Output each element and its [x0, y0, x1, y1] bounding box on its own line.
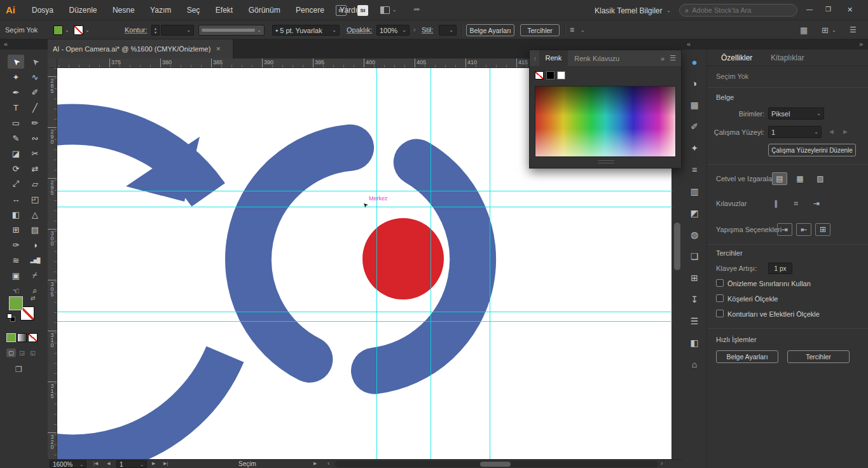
workspace-switcher[interactable]: Klasik Temel Bilgiler: [595, 6, 662, 15]
status-menu-icon[interactable]: ▶: [313, 461, 317, 466]
workspace-layout-icon[interactable]: ⊞: [822, 25, 829, 35]
tab-properties[interactable]: Özellikler: [721, 53, 752, 62]
toggle-rulers-button[interactable]: ▤: [772, 172, 787, 185]
logo-red-dot[interactable]: [362, 218, 444, 299]
ruler-corner[interactable]: [48, 59, 57, 68]
expand-icon-strip-button[interactable]: «: [687, 40, 691, 48]
draw-inside-mode-button[interactable]: ◱: [28, 348, 38, 357]
chevron-down-icon[interactable]: ⌄: [392, 8, 397, 13]
opacity-dropdown[interactable]: 100% ⌄: [376, 25, 410, 36]
brushes-panel-icon[interactable]: ✐: [682, 117, 707, 136]
share-icon[interactable]: ➦: [413, 4, 420, 14]
edit-artboards-button[interactable]: Çalışma Yüzeylerini Düzenle: [768, 144, 856, 156]
symbol-sprayer-tool[interactable]: ≋: [8, 253, 24, 267]
default-fill-mini-swatch[interactable]: [7, 313, 12, 319]
guide-horizontal[interactable]: [57, 191, 672, 191]
stroke-weight-label[interactable]: Kontur:: [125, 26, 147, 34]
hand-tool[interactable]: ☜: [8, 284, 24, 298]
menu-nesne[interactable]: Nesne: [106, 0, 141, 20]
perspective-grid-tool[interactable]: △: [27, 207, 43, 221]
scissors-tool[interactable]: ✂: [27, 146, 43, 160]
stroke-color-swatch[interactable]: [74, 25, 83, 35]
chevron-down-icon[interactable]: ⌄: [581, 28, 585, 33]
toggle-transparency-grid-button[interactable]: ▨: [813, 172, 828, 185]
stepper-down-icon[interactable]: ▾: [155, 31, 156, 34]
guide-horizontal[interactable]: [57, 312, 672, 312]
menu-gorunum[interactable]: Görünüm: [242, 0, 287, 20]
menu-pencere[interactable]: Pencere: [289, 0, 331, 20]
panel-resize-grip[interactable]: [598, 160, 614, 163]
eraser-tool[interactable]: ◪: [8, 146, 24, 160]
paintbrush-tool[interactable]: ✏: [27, 116, 43, 130]
stock-icon[interactable]: St: [357, 5, 368, 16]
last-artboard-icon[interactable]: ▶|: [163, 461, 168, 466]
menu-yazim[interactable]: Yazım: [144, 0, 177, 20]
vertical-scrollbar-thumb[interactable]: [674, 223, 680, 270]
fill-swatch[interactable]: [9, 296, 23, 310]
color-mode-button[interactable]: [6, 333, 16, 342]
previous-artboard-icon[interactable]: ◀: [107, 461, 110, 466]
shaper-tool[interactable]: ∾: [27, 131, 43, 145]
keyboard-increment-input[interactable]: 1 px: [768, 263, 792, 274]
snap-to-grid-button[interactable]: ⇤: [796, 223, 811, 236]
column-graph-tool[interactable]: ▂▅█: [27, 253, 43, 267]
layers-panel-icon[interactable]: ❏: [682, 247, 707, 266]
layout-icon[interactable]: [380, 6, 390, 14]
toggle-grid-button[interactable]: ▦: [792, 172, 808, 185]
artboards-panel-icon[interactable]: ⊞: [682, 268, 707, 287]
stock-search[interactable]: ⌕: [679, 4, 797, 17]
transparency-panel-icon[interactable]: ▥: [682, 182, 707, 201]
tab-color-guide[interactable]: Renk Kılavuzu: [568, 55, 626, 62]
shape-builder-tool[interactable]: ◧: [8, 207, 24, 221]
stroke-weight-stepper[interactable]: ▴ ▾: [151, 25, 160, 36]
curvature-tool[interactable]: ✐: [27, 85, 43, 99]
rotate-tool[interactable]: ⟳: [8, 162, 24, 176]
direct-selection-tool[interactable]: ➤: [27, 55, 43, 69]
gradient-panel-icon[interactable]: ◑: [682, 74, 707, 93]
tab-libraries[interactable]: Kitaplıklar: [771, 53, 804, 62]
opacity-label[interactable]: Opaklık:: [347, 26, 372, 34]
graphic-styles-panel-icon[interactable]: ◍: [682, 225, 707, 244]
scroll-right-icon[interactable]: ›: [661, 460, 663, 467]
horizontal-scrollbar-thumb[interactable]: [480, 462, 511, 467]
white-color-swatch[interactable]: [557, 71, 565, 79]
reflect-tool[interactable]: ⇄: [27, 162, 43, 176]
snap-to-point-button[interactable]: ⇥: [777, 223, 792, 236]
show-guides-button[interactable]: ∥: [768, 197, 783, 210]
opacity-panel-arrow[interactable]: ›: [413, 25, 416, 33]
guide-options-button[interactable]: ⇥: [809, 197, 824, 210]
appearance-panel-icon[interactable]: ◩: [682, 203, 707, 223]
brush-dropdown[interactable]: ● 5 pt. Yuvarlak ⌄: [272, 25, 340, 36]
units-dropdown[interactable]: Piksel ⌄: [768, 107, 824, 120]
align-icon[interactable]: ≡: [570, 25, 574, 34]
style-dropdown[interactable]: ⌄: [439, 25, 457, 36]
bridge-icon[interactable]: Br: [336, 5, 347, 16]
swatches-panel-icon[interactable]: ▦: [682, 95, 707, 114]
guide-vertical[interactable]: [376, 68, 377, 459]
guide-vertical[interactable]: [490, 68, 490, 459]
scroll-left-icon[interactable]: ‹: [327, 460, 329, 467]
free-transform-tool[interactable]: ◰: [27, 192, 43, 206]
menu-duzenle[interactable]: Düzenle: [62, 0, 103, 20]
preferences-quick-button[interactable]: Tercihler: [787, 350, 850, 363]
selection-tool[interactable]: ➤: [8, 55, 24, 69]
eyedropper-tool[interactable]: ✑: [8, 238, 24, 252]
asset-export-panel-icon[interactable]: ↧: [682, 290, 707, 309]
next-artboard-icon[interactable]: ▶: [152, 461, 155, 466]
panel-collapse-icon[interactable]: ↕: [534, 55, 537, 62]
preferences-button[interactable]: Tercihler: [520, 24, 560, 36]
panel-expand-icon[interactable]: »: [661, 55, 665, 62]
collapse-right-dock-button[interactable]: »: [859, 40, 863, 48]
rectangle-tool[interactable]: ▭: [8, 116, 24, 130]
guide-vertical[interactable]: [431, 68, 431, 459]
line-segment-tool[interactable]: ╱: [27, 100, 43, 114]
stroke-weight-dropdown[interactable]: ⌄: [161, 25, 194, 36]
chevron-down-icon[interactable]: ⌄: [832, 28, 836, 33]
gradient-tool[interactable]: ▤: [27, 223, 43, 237]
screen-mode-button[interactable]: ❐: [15, 365, 22, 374]
preview-bounds-checkbox[interactable]: [716, 279, 724, 287]
chevron-down-icon[interactable]: ⌄: [666, 8, 671, 13]
chevron-down-icon[interactable]: ⌄: [65, 28, 69, 33]
zoom-dropdown[interactable]: 1600% ⌄: [50, 460, 86, 468]
pen-tool[interactable]: ✒: [8, 85, 24, 99]
